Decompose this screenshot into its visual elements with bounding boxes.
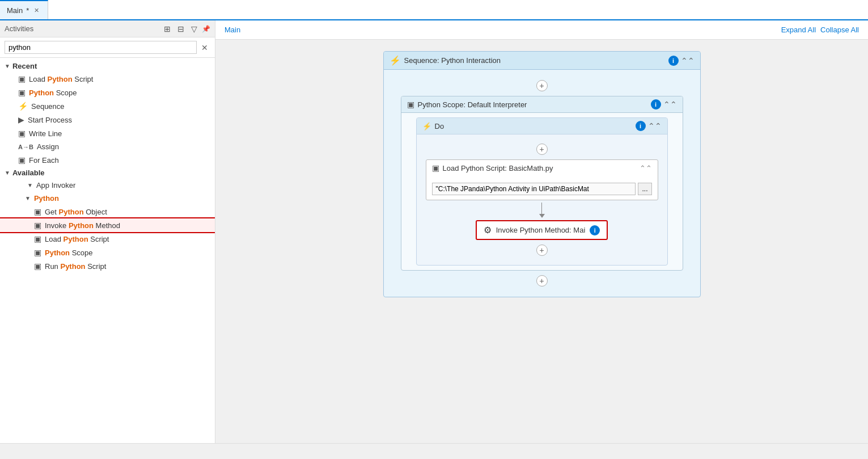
sequence-controls: i ⌃⌃ [668,56,695,66]
recent-python-scope[interactable]: ▣ Python Scope [0,86,215,99]
expand-all-button[interactable]: Expand All [781,26,816,34]
python-scope-label: Python Scope [29,89,77,97]
invoke-python-method-label: Invoke Python Method [45,221,120,230]
recent-group-header[interactable]: ▼ Recent [0,60,215,72]
available-section: ▼ Available ▼ App Invoker ▼ Python ▣ Get… [0,167,215,273]
load-script-card-title: Load Python Script: BasicMath.py [443,164,553,172]
collapse-all-button[interactable]: Collapse All [820,26,859,34]
canvas-area: ⚡ Sequence: Python Interaction i ⌃⌃ + [215,40,868,443]
collapse-all-activities-button[interactable]: ⊟ [175,23,187,35]
run-python-script-icon: ▣ [34,262,41,271]
load-python-script-available[interactable]: ▣ Load Python Script [0,232,215,246]
canvas-panel: Main Expand All Collapse All ⚡ Sequence:… [215,20,868,443]
do-bottom-plus-button[interactable]: + [536,245,548,256]
activities-header: Activities ⊞ ⊟ ▽ 📌 [0,20,215,37]
start-process-icon: ▶ [18,115,24,124]
for-each-icon: ▣ [18,155,26,165]
canvas-actions: Expand All Collapse All [781,26,859,34]
breadcrumb: Main [225,26,240,34]
available-group-label: Available [12,169,45,177]
load-python-script-available-icon: ▣ [34,234,41,243]
sequence-body: + ▣ Python Scope: Default Interpreter i … [384,70,700,297]
do-header: ⚡ Do i ⌃⌃ [417,118,667,134]
recent-start-process[interactable]: ▶ Start Process [0,113,215,127]
bottom-bar [0,443,868,459]
assign-icon: A→B [18,144,33,150]
search-bar: ✕ [0,37,215,58]
python-scope-icon: ▣ [18,88,26,97]
invoke-method-gear-icon: ⚙ [484,225,492,235]
python-scope-body: ⚡ Do i ⌃⌃ [401,113,683,270]
get-python-object[interactable]: ▣ Get Python Object [0,205,215,218]
sequence-header: ⚡ Sequence: Python Interaction i ⌃⌃ [384,52,700,70]
main-tab[interactable]: Main * ✕ [0,0,48,19]
search-clear-button[interactable]: ✕ [199,43,210,52]
recent-sequence[interactable]: ⚡ Sequence [0,99,215,113]
main-layout: Activities ⊞ ⊟ ▽ 📌 ✕ ▼ Recent ▣ Load [0,20,868,443]
run-python-script-label: Run Python Script [45,262,106,271]
sequence-icon: ⚡ [18,102,28,111]
invoke-method-info-icon[interactable]: i [590,225,600,235]
tab-close-button[interactable]: ✕ [32,6,41,15]
top-plus-button[interactable]: + [536,80,548,91]
invoke-python-method[interactable]: ▣ Invoke Python Method [0,218,215,232]
recent-load-python-script[interactable]: ▣ Load Python Script [0,72,215,86]
sequence-container: ⚡ Sequence: Python Interaction i ⌃⌃ + [383,51,701,297]
search-input[interactable] [5,41,197,54]
filter-activities-button[interactable]: ▽ [189,23,200,35]
invoke-python-method-card[interactable]: ⚙ Invoke Python Method: Mai i [476,220,608,240]
python-group[interactable]: ▼ Python [0,192,215,205]
browse-button[interactable]: ... [638,183,651,195]
load-python-script-available-label: Load Python Script [45,235,109,243]
python-scope-info-icon[interactable]: i [651,99,661,110]
canvas-header: Main Expand All Collapse All [215,20,868,40]
activities-panel: Activities ⊞ ⊟ ▽ 📌 ✕ ▼ Recent ▣ Load [0,20,215,443]
sequence-title-text: Sequence: Python Interaction [404,56,501,65]
activities-tree: ▼ Recent ▣ Load Python Script ▣ Python S… [0,58,215,443]
available-chevron-icon: ▼ [5,170,10,176]
sequence-bottom-plus-button[interactable]: + [536,275,548,287]
pin-icon: 📌 [202,25,210,33]
arrow-line [541,203,542,214]
recent-assign[interactable]: A→B Assign [0,140,215,153]
recent-write-line[interactable]: ▣ Write Line [0,127,215,140]
sequence-label: Sequence [31,102,65,111]
do-collapse-icon[interactable]: ⌃⌃ [648,121,662,130]
app-invoker-group[interactable]: ▼ App Invoker [0,179,215,192]
tab-bar: Main * ✕ [0,0,868,20]
invoke-method-card-title: Invoke Python Method: Mai [496,226,586,234]
do-info-icon[interactable]: i [636,121,646,131]
activities-toolbar: ⊞ ⊟ ▽ 📌 [162,23,210,35]
do-body: + ▣ Load Python Script: BasicMath.py [417,134,667,265]
expand-all-activities-button[interactable]: ⊞ [162,23,173,35]
do-container: ⚡ Do i ⌃⌃ [416,117,668,266]
load-script-collapse-icon[interactable]: ⌃⌃ [640,164,652,172]
python-scope-available[interactable]: ▣ Python Scope [0,246,215,259]
python-group-label: Python [34,194,59,203]
do-title: Do [435,122,444,130]
arrow-head [539,214,545,218]
sequence-title: ⚡ Sequence: Python Interaction [389,55,501,66]
for-each-label: For Each [29,156,59,165]
sequence-info-icon[interactable]: i [668,56,679,66]
python-scope-header-icon: ▣ [407,100,414,109]
load-script-icon: ▣ [18,74,26,83]
invoke-card-wrapper: ⚙ Invoke Python Method: Mai i [426,220,658,240]
python-scope-collapse-icon[interactable]: ⌃⌃ [663,100,677,109]
tab-label: Main [7,6,23,15]
load-script-path-row: ... [432,183,652,195]
load-script-card-icon: ▣ [432,163,439,172]
load-python-script-label: Load Python Script [29,75,93,83]
recent-for-each[interactable]: ▣ For Each [0,153,215,167]
python-scope-title: Python Scope: Default Interpreter [418,100,527,109]
load-python-script-card: ▣ Load Python Script: BasicMath.py ⌃⌃ [426,159,658,200]
do-bottom-plus: + [426,245,658,256]
do-top-plus-button[interactable]: + [536,144,548,155]
sequence-collapse-icon[interactable]: ⌃⌃ [681,56,695,65]
do-top-plus: + [426,144,658,155]
python-group-chevron-icon: ▼ [25,195,31,201]
load-script-path-input[interactable] [432,183,636,195]
run-python-script[interactable]: ▣ Run Python Script [0,259,215,273]
load-script-card-body: ... [426,180,658,200]
available-group-header[interactable]: ▼ Available [0,167,215,179]
